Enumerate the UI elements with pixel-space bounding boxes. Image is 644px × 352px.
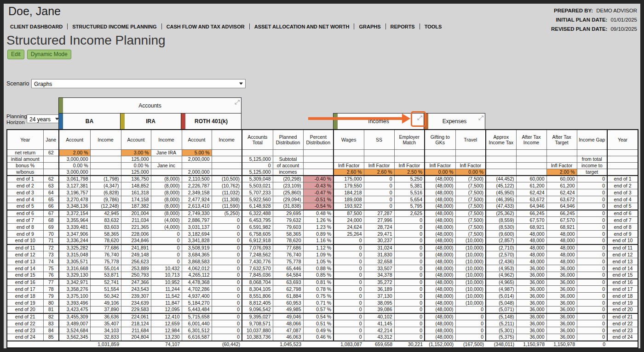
cell: 0 (334, 279, 364, 286)
col-header-income: Income (90, 130, 121, 149)
cell: (7,500) (455, 203, 486, 210)
total-cell (242, 341, 273, 348)
cell: 32,658 (364, 258, 394, 265)
cell: end of 17 (607, 286, 638, 293)
cell: end of 8 (607, 224, 638, 231)
cell: 4,265,112 (182, 272, 212, 279)
cell: (5,211) (486, 320, 516, 327)
total-cell: 74,107 (151, 341, 182, 348)
cell: 34,378 (364, 272, 394, 279)
cell (516, 149, 546, 156)
cell: 184,218 (334, 189, 364, 196)
cell: 3,339,481 (59, 224, 90, 231)
cell: 48,000 (516, 251, 546, 258)
cell: 0 (577, 313, 607, 320)
cell: (48,000) (425, 307, 455, 313)
cell: 0 (577, 224, 607, 231)
edit-button[interactable]: Edit (7, 50, 24, 59)
cell: (46,395) (486, 196, 516, 203)
cell: bonus % (7, 162, 43, 169)
cell (90, 162, 121, 169)
cell (394, 156, 425, 162)
cell: 34,103 (90, 327, 121, 334)
cell: 0 (212, 313, 242, 320)
cell: 0 (394, 286, 425, 293)
scenario-select[interactable]: Graphs (32, 80, 245, 88)
cell: 63,672 (546, 196, 577, 203)
cell (212, 156, 242, 162)
total-cell: (167,500) (455, 341, 486, 348)
expand-accounts-icon[interactable]: ⤢ (235, 98, 240, 106)
cell: 2,349,158 (182, 189, 212, 196)
nav-cash-flow-and-tax-advisor[interactable]: CASH FLOW AND TAX ADVISOR (162, 24, 249, 29)
planning-horizon-select[interactable]: 24 years (27, 116, 61, 124)
cell (212, 162, 242, 169)
dynamic-mode-button[interactable]: Dynamic Mode (27, 50, 71, 59)
cell: 3,000,000 (59, 156, 90, 162)
cell: Jane IRA (151, 149, 182, 156)
cell: 3,355,964 (59, 217, 90, 224)
cell (546, 149, 577, 156)
cell: 65 (43, 196, 59, 203)
cell: -0.51 % (303, 196, 334, 203)
cell: 0 (334, 300, 364, 307)
cell: end of 23 (607, 327, 638, 334)
cell: (48,000) (425, 334, 455, 341)
revised-plan-date-row: REVISED PLAN DATE:09/10/2025 (551, 24, 637, 34)
cell: 58,365 (90, 231, 121, 238)
cell: 36,000 (516, 327, 546, 334)
cell: 61,884 (273, 293, 303, 300)
nav-tools[interactable]: TOOLS (420, 24, 447, 29)
cell (546, 156, 577, 162)
cell: 33,507 (364, 265, 394, 272)
cell: 0 (212, 224, 242, 231)
col-header-employer-match: Employer Match (394, 130, 425, 149)
cell: (48,000) (425, 203, 455, 210)
cell: (5,250) (212, 210, 242, 217)
cell: 6,912,918 (242, 238, 273, 244)
data-row: end of 23843,524,68434,103211,68412,9846… (7, 327, 638, 334)
cell: 36,000 (516, 265, 546, 272)
cell: 5,125,000 (242, 156, 273, 162)
cell: 1.12 % (303, 244, 334, 251)
cell: 3,196,757 (59, 189, 90, 196)
col-header-income-gap: Income Gap (577, 130, 607, 149)
cell: 0 (577, 279, 607, 286)
cell (212, 169, 242, 176)
cell: 2.60 % (364, 169, 394, 176)
nav-reports[interactable]: REPORTS (386, 24, 420, 29)
cell: 243,543 (121, 286, 151, 293)
cell: 0 (212, 231, 242, 238)
cell: 0.89 % (303, 231, 334, 238)
nav-graphs[interactable]: GRAPHS (354, 24, 385, 29)
cell: 0 (151, 238, 182, 244)
nav-asset-allocation-and-net-worth[interactable]: ASSET ALLOCATION AND NET WORTH (250, 24, 354, 29)
cell: 36,000 (516, 320, 546, 327)
cell: 27,996 (364, 217, 394, 224)
total-cell: 1,031,859 (90, 341, 121, 348)
cell: 0 (334, 307, 364, 313)
page: Doe, Jane PREPARED BY:DEMO ADVISOR INITI… (4, 4, 640, 348)
expand-expenses-icon[interactable]: ⤢ (478, 114, 483, 121)
cell: end of 5 (607, 203, 638, 210)
nav-client-dashboard[interactable]: CLIENT DASHBOARD (7, 24, 67, 29)
total-cell: 659,658 (364, 341, 394, 348)
cell: 79 (43, 293, 59, 300)
cell: 211,034 (121, 217, 151, 224)
cell: 0 (577, 320, 607, 327)
cell: 0 (334, 327, 364, 334)
cell: (4,347) (90, 182, 121, 189)
col-header-income: Income (151, 130, 182, 149)
cell: 3,455,309 (59, 313, 90, 320)
cell: 0 (212, 217, 242, 224)
cell: (8,000) (151, 203, 182, 210)
cell (516, 156, 546, 162)
cell: end of 9 (607, 231, 638, 238)
cell: (5,375) (486, 334, 516, 341)
cell: 62 (43, 149, 59, 156)
nav-structured-income-planning[interactable]: STRUCTURED INCOME PLANNING (68, 24, 161, 29)
cell: 3,316,668 (59, 265, 90, 272)
cell (182, 162, 212, 169)
cell: (10,500) (212, 176, 242, 182)
cell: 175,000 (334, 176, 364, 182)
